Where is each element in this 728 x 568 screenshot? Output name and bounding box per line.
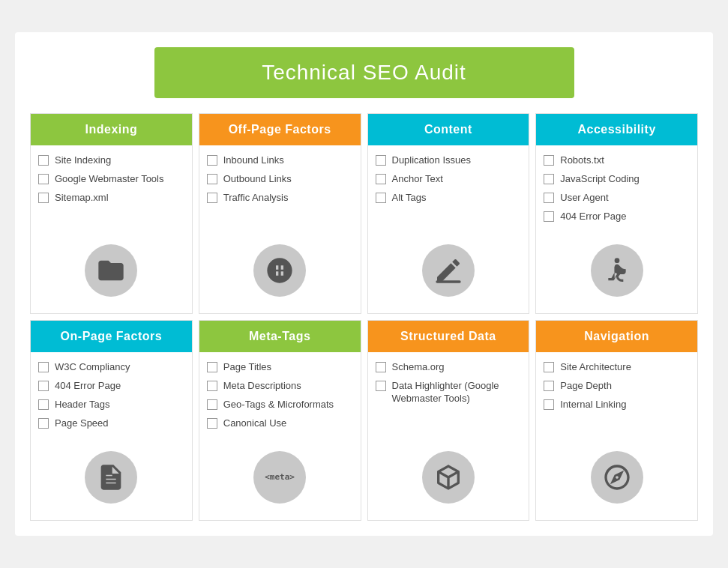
card-body-content: Duplication Issues Anchor Text Alt Tags	[368, 145, 529, 313]
checkbox[interactable]	[38, 193, 49, 203]
checkbox[interactable]	[38, 174, 49, 184]
checkbox[interactable]	[207, 362, 217, 372]
card-header-content: Content	[368, 114, 529, 145]
compass-icon	[591, 451, 643, 504]
svg-rect-0	[436, 280, 460, 283]
list-item[interactable]: Page Speed	[38, 417, 184, 430]
card-header-off-page: Off-Page Factors	[199, 114, 361, 145]
page-title: Technical SEO Audit	[154, 47, 574, 98]
checkbox[interactable]	[38, 155, 49, 166]
list-item[interactable]: Sitemap.xml	[38, 192, 184, 205]
checkbox[interactable]	[207, 174, 217, 184]
list-item[interactable]: Inbound Links	[207, 154, 353, 167]
list-item[interactable]: Data Highlighter (Google Webmaster Tools…	[376, 380, 522, 405]
list-item[interactable]: Geo-Tags & Microformats	[207, 399, 353, 411]
list-item[interactable]: Site Indexing	[38, 154, 184, 167]
list-item[interactable]: Robots.txt	[544, 154, 690, 167]
list-item[interactable]: Alt Tags	[376, 192, 522, 205]
checkbox[interactable]	[207, 418, 217, 429]
checkbox[interactable]	[544, 362, 554, 372]
checklist-structured-data: Schema.org Data Highlighter (Google Webm…	[376, 361, 522, 436]
checkbox[interactable]	[544, 211, 554, 222]
card-body-off-page: Inbound Links Outbound Links Traffic Ana…	[199, 145, 361, 313]
card-body-indexing: Site Indexing Google Webmaster Tools Sit…	[31, 145, 192, 313]
icon-area-meta-tags: <meta>	[207, 444, 353, 514]
card-header-on-page: On-Page Factors	[31, 321, 192, 352]
list-item[interactable]: User Agent	[544, 192, 690, 205]
checkbox[interactable]	[38, 399, 49, 410]
card-body-navigation: Site Architecture Page Depth Internal Li…	[536, 352, 697, 520]
card-body-on-page: W3C Compliancy 404 Error Page Header Tag…	[31, 352, 192, 520]
list-item[interactable]: Canonical Use	[207, 417, 353, 430]
list-item[interactable]: Schema.org	[376, 361, 522, 374]
cube-icon	[422, 451, 475, 504]
checkbox[interactable]	[544, 193, 554, 203]
checklist-meta-tags: Page Titles Meta Descriptions Geo-Tags &…	[207, 361, 353, 436]
list-item[interactable]: W3C Compliancy	[38, 361, 184, 374]
list-item[interactable]: Outbound Links	[207, 173, 353, 186]
card-body-accessibility: Robots.txt JavaScript Coding User Agent …	[536, 145, 697, 313]
checkbox[interactable]	[38, 362, 49, 372]
meta-tag-icon: <meta>	[253, 451, 306, 504]
card-header-navigation: Navigation	[536, 321, 697, 352]
checkbox[interactable]	[544, 155, 554, 166]
card-body-structured-data: Schema.org Data Highlighter (Google Webm…	[368, 352, 529, 520]
list-item[interactable]: 404 Error Page	[544, 211, 690, 223]
checkbox[interactable]	[376, 381, 386, 391]
list-item[interactable]: Anchor Text	[376, 173, 522, 186]
checkbox[interactable]	[38, 418, 49, 429]
list-item[interactable]: Page Depth	[544, 380, 690, 393]
card-header-structured-data: Structured Data	[368, 321, 529, 352]
checkbox[interactable]	[207, 155, 217, 166]
card-on-page: On-Page Factors W3C Compliancy 404 Error…	[30, 320, 193, 521]
folder-icon	[85, 244, 137, 297]
checkbox[interactable]	[544, 381, 554, 391]
list-item[interactable]: Traffic Analysis	[207, 192, 353, 205]
icon-area-on-page	[38, 444, 184, 514]
wheelchair-icon	[591, 244, 643, 297]
sections-grid: Indexing Site Indexing Google Webmaster …	[30, 113, 698, 520]
list-item[interactable]: Meta Descriptions	[207, 380, 353, 393]
checkbox[interactable]	[207, 193, 217, 203]
list-item[interactable]: JavaScript Coding	[544, 173, 690, 186]
checkbox[interactable]	[376, 155, 386, 166]
card-header-accessibility: Accessibility	[536, 114, 697, 145]
card-meta-tags: Meta-Tags Page Titles Meta Descriptions …	[199, 320, 361, 521]
checklist-content: Duplication Issues Anchor Text Alt Tags	[376, 154, 522, 229]
checkbox[interactable]	[376, 362, 386, 372]
checklist-indexing: Site Indexing Google Webmaster Tools Sit…	[38, 154, 184, 229]
icon-area-off-page	[207, 237, 353, 307]
card-header-indexing: Indexing	[31, 114, 192, 145]
list-item[interactable]: Duplication Issues	[376, 154, 522, 167]
card-structured-data: Structured Data Schema.org Data Highligh…	[367, 320, 530, 521]
checkbox[interactable]	[376, 193, 386, 203]
checkbox[interactable]	[38, 381, 49, 391]
card-indexing: Indexing Site Indexing Google Webmaster …	[30, 113, 193, 314]
icon-area-structured-data	[376, 444, 522, 514]
page-wrapper: Technical SEO Audit Indexing Site Indexi…	[15, 32, 713, 535]
checkbox[interactable]	[207, 381, 217, 391]
list-item[interactable]: Internal Linking	[544, 399, 690, 411]
list-item[interactable]: Header Tags	[38, 399, 184, 411]
checklist-off-page: Inbound Links Outbound Links Traffic Ana…	[207, 154, 353, 229]
list-item[interactable]: Page Titles	[207, 361, 353, 374]
card-header-meta-tags: Meta-Tags	[199, 321, 361, 352]
checklist-on-page: W3C Compliancy 404 Error Page Header Tag…	[38, 361, 184, 436]
icon-area-navigation	[544, 444, 690, 514]
icon-area-content	[376, 237, 522, 307]
card-body-meta-tags: Page Titles Meta Descriptions Geo-Tags &…	[199, 352, 361, 520]
checklist-navigation: Site Architecture Page Depth Internal Li…	[544, 361, 690, 436]
checklist-accessibility: Robots.txt JavaScript Coding User Agent …	[544, 154, 690, 229]
edit-icon	[422, 244, 475, 297]
checkbox[interactable]	[207, 399, 217, 410]
list-item[interactable]: 404 Error Page	[38, 380, 184, 393]
card-off-page: Off-Page Factors Inbound Links Outbound …	[199, 113, 361, 314]
arrows-icon	[253, 244, 306, 297]
checkbox[interactable]	[544, 399, 554, 410]
list-item[interactable]: Google Webmaster Tools	[38, 173, 184, 186]
list-item[interactable]: Site Architecture	[544, 361, 690, 374]
checkbox[interactable]	[376, 174, 386, 184]
checkbox[interactable]	[544, 174, 554, 184]
card-navigation: Navigation Site Architecture Page Depth …	[535, 320, 698, 521]
svg-point-1	[614, 258, 619, 263]
